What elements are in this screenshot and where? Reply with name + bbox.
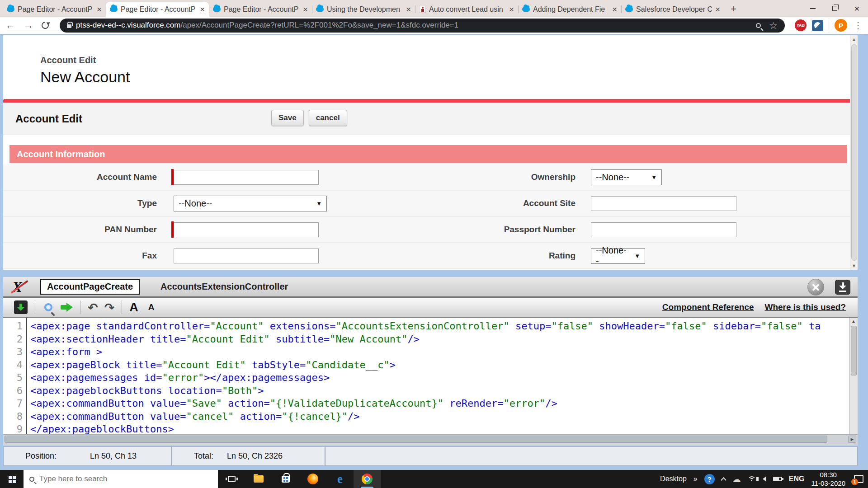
redo-icon[interactable]: ↷	[104, 301, 115, 314]
scroll-up-icon[interactable]: ▲	[851, 318, 856, 325]
font-increase-icon[interactable]: A	[129, 300, 138, 314]
taskbar-search[interactable]	[24, 470, 218, 488]
profile-avatar[interactable]: P	[835, 19, 847, 32]
search-input[interactable]	[39, 474, 189, 483]
goto-icon[interactable]	[61, 303, 73, 312]
form-row: Account NameOwnership--None--▼	[3, 164, 852, 191]
code-line: <apex:page standardController="Account" …	[30, 320, 858, 333]
tools-icon[interactable]	[807, 279, 824, 296]
reload-button[interactable]	[40, 20, 51, 31]
start-button[interactable]	[0, 470, 24, 488]
back-button[interactable]: ←	[5, 20, 15, 30]
network-icon[interactable]	[748, 476, 756, 482]
type-select[interactable]: --None--▼	[174, 196, 327, 211]
browser-tab[interactable]: Salesforce Developer C×	[621, 2, 724, 17]
tab-close-icon[interactable]: ×	[406, 5, 411, 14]
browser-tab-strip: Page Editor - AccountP×Page Editor - Acc…	[0, 0, 868, 17]
font-decrease-icon[interactable]: A	[148, 302, 155, 312]
pan-number-input[interactable]	[174, 222, 319, 237]
browser-tab[interactable]: Using the Developmen×	[312, 2, 415, 17]
editor-tab-accountpagecreate[interactable]: AccountPageCreate	[40, 279, 140, 295]
edge-button[interactable]: e	[326, 470, 354, 488]
passport-number-input[interactable]	[591, 222, 736, 237]
minimize-button[interactable]	[802, 0, 824, 17]
code-line: <apex:pageblockButtons location="Both">	[30, 385, 858, 398]
minimize-icon	[810, 8, 816, 9]
browser-tab[interactable]: Auto convert Lead usin×	[415, 2, 518, 17]
where-used-link[interactable]: Where is this used?	[765, 302, 846, 312]
forward-button[interactable]: →	[24, 20, 33, 30]
file-explorer-button[interactable]	[245, 470, 272, 488]
code-lines[interactable]: <apex:page standardController="Account" …	[27, 318, 858, 434]
scrollbar-thumb[interactable]	[851, 326, 857, 375]
scrollbar-thumb[interactable]	[5, 436, 827, 443]
line-number: 4	[3, 359, 23, 372]
tab-close-icon[interactable]: ×	[612, 5, 617, 14]
rating-select[interactable]: --None--▼	[591, 248, 645, 264]
tab-close-icon[interactable]: ×	[97, 5, 102, 14]
scroll-right-icon[interactable]: ►	[848, 436, 856, 443]
salesforce-cloud-icon	[316, 7, 324, 12]
fax-input[interactable]	[174, 249, 319, 263]
save-file-icon[interactable]	[14, 300, 28, 314]
save-button[interactable]: Save	[271, 110, 304, 126]
language-indicator[interactable]: ENG	[789, 475, 805, 483]
editor-tab-accountsextensioncontroller[interactable]: AccountsExtensionController	[160, 282, 288, 292]
scroll-up-icon[interactable]: ▲	[852, 35, 857, 43]
extension-yab-icon[interactable]: YAB	[795, 19, 807, 31]
show-hidden-icons[interactable]	[721, 477, 726, 483]
notification-center-icon[interactable]: 1	[854, 475, 863, 483]
code-vertical-scrollbar[interactable]: ▲	[849, 318, 858, 434]
help-icon[interactable]: ?	[704, 474, 715, 484]
browser-menu-icon[interactable]: ⋮	[854, 20, 863, 31]
browser-tab[interactable]: Page Editor - AccountP×	[106, 2, 209, 17]
address-bar[interactable]: ptss-dev-ed--c.visualforce.com /apex/Acc…	[60, 19, 785, 33]
taskbar-overflow-chevrons[interactable]: »	[693, 475, 698, 483]
code-horizontal-scrollbar[interactable]: ►	[3, 434, 858, 444]
zoom-icon[interactable]	[756, 23, 761, 28]
search-icon[interactable]	[44, 303, 52, 311]
browser-tab[interactable]: Page Editor - AccountP×	[209, 2, 312, 17]
bookmark-star-icon[interactable]: ☆	[769, 21, 778, 30]
task-view-button[interactable]	[218, 470, 245, 488]
clock[interactable]: 08:30 11-03-2020	[811, 470, 845, 488]
tab-list: Page Editor - AccountP×Page Editor - Acc…	[3, 2, 724, 17]
desktop-label[interactable]: Desktop	[660, 475, 687, 483]
new-tab-button[interactable]: +	[727, 2, 741, 16]
tab-close-icon[interactable]: ×	[509, 5, 514, 14]
chrome-icon	[362, 474, 373, 484]
total-value: Ln 50, Ch 2326	[227, 451, 283, 461]
form-cell: Account Site	[428, 191, 852, 216]
scrollbar-thumb[interactable]	[851, 44, 857, 261]
store-button[interactable]	[272, 470, 299, 488]
tab-close-icon[interactable]: ×	[200, 5, 205, 14]
chrome-button[interactable]	[354, 470, 381, 488]
code-area[interactable]: 123456789 <apex:page standardController=…	[3, 318, 858, 434]
scroll-down-icon[interactable]: ▼	[852, 262, 857, 270]
volume-icon[interactable]	[763, 476, 766, 482]
line-number: 7	[3, 397, 23, 410]
undo-icon[interactable]: ↶	[88, 301, 98, 314]
component-reference-link[interactable]: Component Reference	[662, 302, 754, 312]
page-scrollbar[interactable]: ▲ ▼	[850, 35, 858, 270]
extension-icon[interactable]	[812, 20, 823, 31]
account-name-input[interactable]	[174, 170, 319, 185]
chevron-down-icon: ▼	[634, 253, 640, 259]
onedrive-cloud-icon[interactable]: ☁	[732, 475, 741, 483]
tab-close-icon[interactable]: ×	[303, 5, 308, 14]
collapse-editor-icon[interactable]	[835, 280, 850, 295]
editor-status-bar: Position: Ln 50, Ch 13 Total: Ln 50, Ch …	[3, 446, 858, 466]
browser-tab[interactable]: Adding Dependent Fie×	[518, 2, 621, 17]
cancel-button[interactable]: cancel	[309, 110, 347, 126]
battery-icon[interactable]	[773, 477, 782, 481]
section-header: Account Edit New Account	[3, 35, 858, 86]
account-site-input[interactable]	[591, 196, 736, 211]
line-number: 9	[3, 423, 23, 434]
lock-icon	[67, 24, 71, 28]
restore-button[interactable]	[824, 0, 846, 17]
firefox-button[interactable]	[299, 470, 326, 488]
tab-close-icon[interactable]: ×	[715, 5, 720, 14]
close-button[interactable]: ×	[846, 0, 868, 17]
ownership-select[interactable]: --None--▼	[591, 169, 662, 185]
browser-tab[interactable]: Page Editor - AccountP×	[3, 2, 106, 17]
